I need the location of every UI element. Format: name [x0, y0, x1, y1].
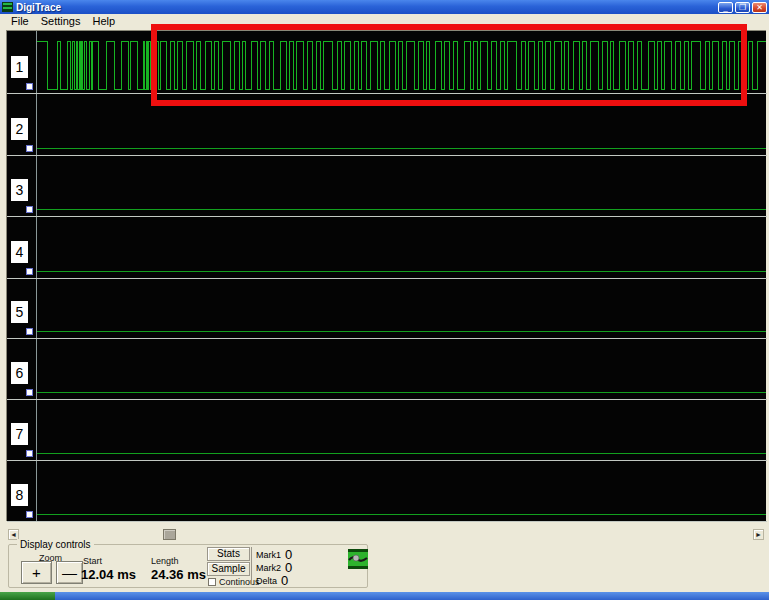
channel-indicator-checkbox[interactable]: [26, 450, 33, 457]
mark1-label: Mark1: [256, 550, 281, 560]
minimize-button[interactable]: _: [718, 2, 733, 13]
digitrace-logo-icon: [348, 549, 368, 569]
delta-label: Delta: [256, 576, 277, 586]
taskbar: [0, 592, 769, 600]
channel-row-1: 1: [7, 31, 767, 94]
channel-row-7: 7: [7, 400, 767, 461]
zoom-in-button[interactable]: +: [21, 561, 52, 584]
continous-checkbox[interactable]: [208, 578, 216, 586]
delta-value: 0: [281, 573, 288, 588]
channel-indicator-checkbox[interactable]: [26, 206, 33, 213]
restore-button[interactable]: ❐: [735, 2, 750, 13]
channel-row-6: 6: [7, 339, 767, 400]
zoom-out-button[interactable]: —: [56, 561, 83, 584]
start-value: 12.04 ms: [81, 567, 136, 582]
channel-indicator-checkbox[interactable]: [26, 268, 33, 275]
channel-row-2: 2: [7, 94, 767, 156]
channel-indicator-checkbox[interactable]: [26, 145, 33, 152]
channel-label: 7: [11, 423, 28, 445]
start-button-edge: [0, 592, 55, 600]
channel-label: 8: [11, 484, 28, 506]
divider: [251, 547, 252, 585]
channel-label: 2: [11, 118, 28, 140]
channel-flat-trace: [37, 148, 766, 149]
title-bar: DigiTrace _ ❐ ✕: [0, 0, 769, 14]
channel-row-3: 3: [7, 156, 767, 217]
mark2-label: Mark2: [256, 563, 281, 573]
menu-file[interactable]: File: [5, 14, 35, 28]
start-label: Start: [83, 556, 102, 566]
length-label: Length: [151, 556, 179, 566]
length-value: 24.36 ms: [151, 567, 206, 582]
channel-label: 4: [11, 241, 28, 263]
horizontal-scrollbar[interactable]: ◄ ►: [6, 529, 766, 541]
channel-indicator-checkbox[interactable]: [26, 328, 33, 335]
channel-row-5: 5: [7, 279, 767, 339]
menu-bar: File Settings Help: [0, 14, 769, 28]
channel-waveform-trace: [37, 31, 767, 94]
window-title: DigiTrace: [16, 2, 61, 13]
channel-row-8: 8: [7, 461, 767, 522]
group-label: Display controls: [17, 539, 94, 550]
scrollbar-thumb[interactable]: [163, 529, 176, 540]
channel-label: 3: [11, 179, 28, 201]
close-button[interactable]: ✕: [752, 2, 767, 13]
sample-button[interactable]: Sample: [207, 562, 250, 576]
scroll-right-arrow-icon[interactable]: ►: [753, 529, 764, 540]
channel-row-4: 4: [7, 217, 767, 279]
menu-settings[interactable]: Settings: [35, 14, 87, 28]
channel-flat-trace: [37, 271, 766, 272]
channel-flat-trace: [37, 514, 766, 515]
display-controls-group: Display controls Zoom + — Start 12.04 ms…: [8, 544, 368, 588]
app-logo-icon: [2, 2, 13, 12]
channel-indicator-checkbox[interactable]: [26, 389, 33, 396]
channel-flat-trace: [37, 331, 766, 332]
stats-button[interactable]: Stats: [207, 547, 250, 561]
trace-panel: 12345678: [6, 30, 766, 521]
channel-label: 1: [11, 56, 28, 78]
channel-label: 6: [11, 362, 28, 384]
channel-indicator-checkbox[interactable]: [26, 511, 33, 518]
channel-indicator-checkbox[interactable]: [26, 83, 33, 90]
channel-flat-trace: [37, 209, 766, 210]
channel-label: 5: [11, 301, 28, 323]
channel-flat-trace: [37, 453, 766, 454]
menu-help[interactable]: Help: [86, 14, 121, 28]
channel-flat-trace: [37, 392, 766, 393]
continous-label: Continous: [219, 577, 260, 587]
